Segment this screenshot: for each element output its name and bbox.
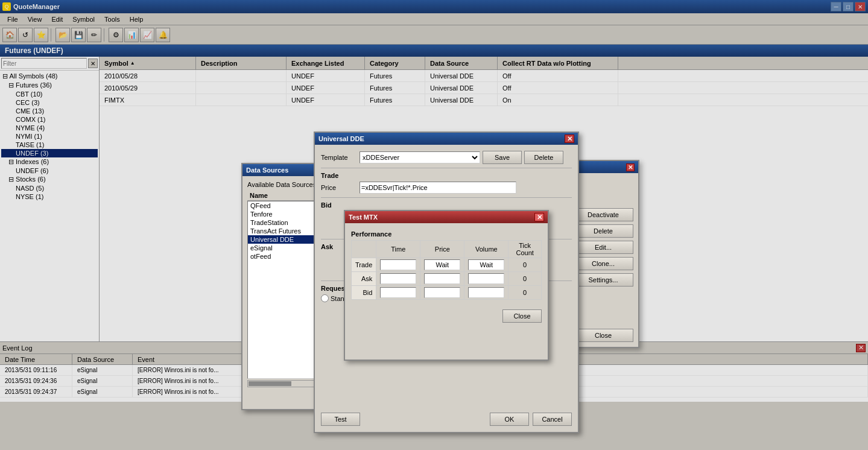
- right-panel-buttons: Deactivate Delete Edit... Clone... Setti…: [573, 178, 633, 342]
- trade-volume-input[interactable]: [468, 259, 504, 270]
- right-panel-close-x[interactable]: ✕: [626, 163, 635, 171]
- perf-row-bid: Bid 0: [352, 286, 542, 300]
- performance-table: Time Price Volume Tick Count Trade 0 Ask: [351, 240, 542, 300]
- bid-section-label: Bid: [321, 201, 572, 209]
- bid-time-cell: [376, 286, 420, 300]
- trade-tick-cell: 0: [508, 258, 542, 272]
- perf-col-tick: Tick Count: [508, 241, 542, 258]
- template-label: Template: [321, 154, 357, 161]
- udde-delete-button[interactable]: Delete: [524, 151, 563, 164]
- udde-ok-button[interactable]: OK: [490, 413, 529, 426]
- bid-time-input[interactable]: [380, 287, 416, 298]
- ask-time-input[interactable]: [380, 273, 416, 284]
- perf-col-price: Price: [420, 241, 464, 258]
- testmtx-dialog: Test MTX ✕ Performance Time Price Volume…: [344, 210, 549, 361]
- testmtx-footer: Close: [351, 309, 542, 323]
- bid-volume-cell: [464, 286, 508, 300]
- testmtx-close-button[interactable]: Close: [502, 309, 542, 323]
- template-row: Template xDDEServer Save Delete: [321, 151, 572, 164]
- trade-price-input[interactable]: [424, 259, 460, 270]
- row-label-bid: Bid: [352, 286, 376, 300]
- udde-footer: Test OK Cancel: [321, 413, 572, 426]
- testmtx-title-text: Test MTX: [349, 214, 378, 221]
- bid-price-cell: [420, 286, 464, 300]
- udde-title-text: Universal DDE: [318, 135, 364, 142]
- perf-col-volume: Volume: [464, 241, 508, 258]
- row-label-trade: Trade: [352, 258, 376, 272]
- delete-button[interactable]: Delete: [573, 224, 633, 238]
- clone-button[interactable]: Clone...: [573, 257, 633, 270]
- udde-ok-cancel: OK Cancel: [490, 413, 572, 426]
- ask-volume-input[interactable]: [468, 273, 504, 284]
- radio-standard-input[interactable]: [321, 294, 329, 302]
- deactivate-button[interactable]: Deactivate: [573, 208, 633, 221]
- trade-volume-cell: [464, 258, 508, 272]
- edit-button[interactable]: Edit...: [573, 241, 633, 254]
- perf-row-trade: Trade 0: [352, 258, 542, 272]
- bid-volume-input[interactable]: [468, 287, 504, 298]
- ask-price-input[interactable]: [424, 273, 460, 284]
- trade-price-cell: [420, 258, 464, 272]
- udde-cancel-button[interactable]: Cancel: [533, 413, 572, 426]
- price-label: Price: [321, 184, 357, 191]
- trade-time-cell: [376, 258, 420, 272]
- udde-close-x[interactable]: ✕: [565, 135, 574, 143]
- bid-price-input[interactable]: [424, 287, 460, 298]
- data-sources-title-text: Data Sources: [246, 166, 288, 174]
- trade-time-input[interactable]: [380, 259, 416, 270]
- ask-tick-cell: 0: [508, 272, 542, 286]
- trade-section-label: Trade: [321, 172, 572, 179]
- performance-label: Performance: [351, 230, 542, 238]
- testmtx-content: Performance Time Price Volume Tick Count…: [345, 223, 548, 329]
- template-select[interactable]: xDDEServer: [360, 151, 480, 163]
- price-row: Price: [321, 182, 572, 194]
- udde-title-bar: Universal DDE ✕: [315, 133, 578, 145]
- ask-time-cell: [376, 272, 420, 286]
- price-input[interactable]: [360, 182, 516, 194]
- row-label-ask: Ask: [352, 272, 376, 286]
- perf-col-empty: [352, 241, 376, 258]
- bid-tick-cell: 0: [508, 286, 542, 300]
- scrollbar-thumb: [249, 381, 291, 386]
- settings-button[interactable]: Settings...: [573, 273, 633, 287]
- panel-close-button[interactable]: Close: [573, 329, 633, 342]
- udde-test-button[interactable]: Test: [321, 413, 360, 426]
- perf-row-ask: Ask 0: [352, 272, 542, 286]
- perf-col-time: Time: [376, 241, 420, 258]
- udde-save-button[interactable]: Save: [483, 151, 522, 164]
- ask-volume-cell: [464, 272, 508, 286]
- testmtx-close-x[interactable]: ✕: [534, 213, 544, 221]
- testmtx-title-bar: Test MTX ✕: [345, 211, 548, 223]
- ask-price-cell: [420, 272, 464, 286]
